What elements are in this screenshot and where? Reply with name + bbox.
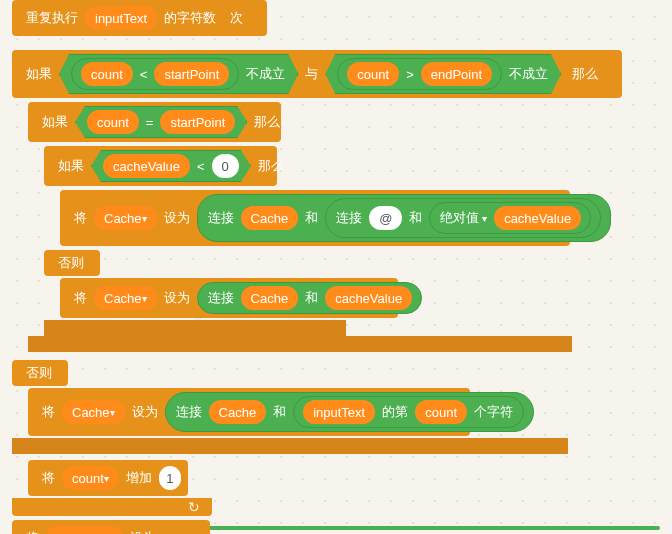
set1-and2: 和 [409, 209, 422, 227]
change-block[interactable]: 将 count 增加 1 [28, 460, 188, 496]
then2: 那么 [254, 113, 280, 131]
set3-suf: 个字符 [474, 403, 513, 421]
cond3-op: = [146, 115, 154, 130]
repeat-right: 次 [230, 9, 243, 27]
set1-to: 设为 [164, 209, 190, 227]
else-block-2[interactable]: 否则 [12, 360, 68, 386]
set3-var[interactable]: Cache [62, 400, 125, 424]
set1-j1: 连接 [208, 209, 234, 227]
then1: 那么 [572, 65, 598, 83]
set4-l: 将 [26, 529, 39, 534]
set1-l: 将 [74, 209, 87, 227]
set2-p1[interactable]: Cache [241, 286, 299, 310]
set1-p1[interactable]: Cache [241, 206, 299, 230]
set-block-2[interactable]: 将 Cache 设为 连接 Cache 和 cacheValue [60, 278, 398, 318]
set1-var[interactable]: Cache [94, 206, 157, 230]
cond2-a[interactable]: count [347, 62, 399, 86]
set1-join1[interactable]: 连接 Cache 和 连接 @ 和 绝对值 cacheValue [197, 194, 612, 242]
set3-char[interactable]: inputText 的第 count 个字符 [293, 396, 524, 428]
set-block-4[interactable]: 将 inputText 设为 Cache [12, 520, 210, 534]
if-block-1[interactable]: 如果 count < startPoint 不成立 与 count > endP… [12, 50, 622, 98]
set3-p2[interactable]: inputText [303, 400, 375, 424]
if3-end [44, 320, 346, 336]
cond1-a[interactable]: count [81, 62, 133, 86]
if-block-2[interactable]: 如果 count = startPoint 那么 [28, 102, 281, 142]
else2-l: 否则 [26, 364, 52, 382]
set1-abs[interactable]: 绝对值 cacheValue [429, 202, 591, 234]
set4-to: 设为 [130, 529, 156, 534]
if2-label: 如果 [42, 113, 68, 131]
repeat-label: 重复执行 [26, 9, 78, 27]
else1-l: 否则 [58, 254, 84, 272]
cond1-b[interactable]: startPoint [154, 62, 229, 86]
cond2-op: > [406, 67, 414, 82]
if2-end [28, 336, 572, 352]
inc-action: 增加 [126, 469, 152, 487]
repeat-mid: 的字符数 [164, 9, 216, 27]
set2-j: 连接 [208, 289, 234, 307]
cond3-hex[interactable]: count = startPoint [75, 106, 247, 138]
inc-l: 将 [42, 469, 55, 487]
set2-and: 和 [305, 289, 318, 307]
cond1-hex[interactable]: count < startPoint 不成立 [59, 54, 298, 94]
set1-p2[interactable]: @ [369, 206, 402, 230]
cond3-b[interactable]: startPoint [160, 110, 235, 134]
set3-p3[interactable]: count [415, 400, 467, 424]
set1-fn[interactable]: 绝对值 [440, 209, 487, 227]
else-block-1[interactable]: 否则 [44, 250, 100, 276]
if-label: 如果 [26, 65, 52, 83]
loop-arrow-icon: ↻ [188, 499, 200, 515]
if-block-3[interactable]: 如果 cacheValue < 0 那么 [44, 146, 277, 186]
cond3-a[interactable]: count [87, 110, 139, 134]
set-block-3[interactable]: 将 Cache 设为 连接 Cache 和 inputText 的第 count… [28, 388, 470, 436]
cond1-op: < [140, 67, 148, 82]
if1-end [12, 438, 568, 454]
set4-var[interactable]: inputText [46, 526, 123, 534]
set3-join[interactable]: 连接 Cache 和 inputText 的第 count 个字符 [165, 392, 534, 432]
set1-and1: 和 [305, 209, 318, 227]
set3-and: 和 [273, 403, 286, 421]
inc-val[interactable]: 1 [159, 466, 181, 490]
inc-var[interactable]: count [62, 466, 119, 490]
set2-join[interactable]: 连接 Cache 和 cacheValue [197, 282, 423, 314]
set-block-1[interactable]: 将 Cache 设为 连接 Cache 和 连接 @ 和 绝对值 cacheVa… [60, 190, 570, 246]
cond2-suffix: 不成立 [509, 65, 548, 83]
var-inputtext[interactable]: inputText [85, 6, 157, 30]
set1-j2: 连接 [336, 209, 362, 227]
conj: 与 [305, 65, 318, 83]
set3-p1[interactable]: Cache [209, 400, 267, 424]
set2-l: 将 [74, 289, 87, 307]
set4-val: Cache [166, 531, 204, 535]
set1-p3[interactable]: cacheValue [494, 206, 581, 230]
set2-p2[interactable]: cacheValue [325, 286, 412, 310]
if3-label: 如果 [58, 157, 84, 175]
set3-mid: 的第 [382, 403, 408, 421]
cond2-b[interactable]: endPoint [421, 62, 492, 86]
cond4-hex[interactable]: cacheValue < 0 [91, 150, 251, 182]
set3-to: 设为 [132, 403, 158, 421]
set2-var[interactable]: Cache [94, 286, 157, 310]
cond4-op: < [197, 159, 205, 174]
cond1-suffix: 不成立 [246, 65, 285, 83]
cond2-hex[interactable]: count > endPoint 不成立 [325, 54, 561, 94]
then3: 那么 [258, 157, 284, 175]
cond1-inner: count < startPoint [71, 58, 239, 90]
cond2-inner: count > endPoint [337, 58, 502, 90]
set3-j: 连接 [176, 403, 202, 421]
set2-to: 设为 [164, 289, 190, 307]
set1-join2[interactable]: 连接 @ 和 绝对值 cacheValue [325, 198, 601, 238]
repeat-block[interactable]: 重复执行 inputText 的字符数 次 [12, 0, 267, 36]
cond4-a[interactable]: cacheValue [103, 154, 190, 178]
repeat-end: ↻ [12, 498, 212, 516]
cond4-b[interactable]: 0 [212, 154, 239, 178]
set3-l: 将 [42, 403, 55, 421]
